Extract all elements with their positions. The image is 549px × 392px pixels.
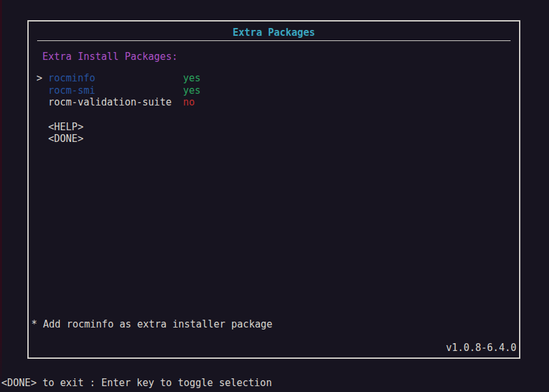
version-label: v1.0.8-6.4.0 bbox=[446, 342, 516, 354]
package-row-rocm-smi[interactable]: rocm-smi yes bbox=[29, 85, 519, 97]
package-name: rocm-validation-suite bbox=[48, 96, 172, 109]
screen-edge-strip bbox=[0, 0, 2, 392]
selection-cursor: > bbox=[36, 72, 42, 85]
footer-hint: <DONE> to exit : Enter key to toggle sel… bbox=[1, 377, 272, 389]
package-row-rocm-validation-suite[interactable]: rocm-validation-suite no bbox=[29, 96, 519, 109]
package-name: rocminfo bbox=[48, 72, 95, 85]
terminal-screen: Extra Packages Extra Install Packages: >… bbox=[0, 0, 549, 392]
title-separator bbox=[37, 40, 511, 41]
dialog-title: Extra Packages bbox=[29, 27, 519, 39]
status-message: * Add rocminfo as extra installer packag… bbox=[31, 318, 272, 331]
package-name: rocm-smi bbox=[48, 85, 95, 97]
extra-packages-dialog: Extra Packages Extra Install Packages: >… bbox=[27, 20, 520, 359]
done-button[interactable]: <DONE> bbox=[48, 133, 83, 145]
package-value: yes bbox=[183, 72, 201, 85]
help-button[interactable]: <HELP> bbox=[48, 121, 83, 133]
package-row-rocminfo[interactable]: > rocminfo yes bbox=[29, 72, 519, 85]
package-value: yes bbox=[183, 85, 201, 97]
package-value: no bbox=[183, 96, 195, 109]
section-header: Extra Install Packages: bbox=[42, 51, 178, 63]
